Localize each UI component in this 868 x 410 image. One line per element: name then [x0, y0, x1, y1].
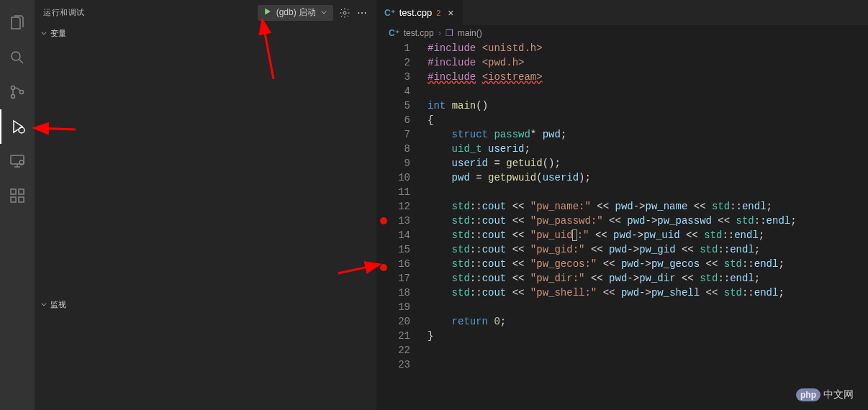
code-line[interactable]: std::cout << "pw_passwd:" << pwd->pw_pas… — [428, 214, 868, 228]
code-area[interactable]: 1234567891011121314151617181920212223 #i… — [377, 41, 868, 410]
breakpoint-gutter[interactable] — [377, 41, 390, 410]
svg-rect-7 — [11, 189, 16, 194]
svg-point-0 — [12, 52, 20, 60]
code-line[interactable]: } — [428, 329, 868, 343]
code-line[interactable] — [428, 343, 868, 357]
code-line[interactable]: #include <pwd.h> — [428, 55, 868, 70]
tab-dirty-indicator: 2 — [436, 9, 440, 17]
line-number: 11 — [390, 185, 410, 199]
svg-rect-8 — [11, 197, 16, 202]
activity-extensions-icon[interactable] — [0, 178, 35, 213]
debug-config-label: (gdb) 启动 — [276, 6, 316, 19]
code-line[interactable] — [428, 300, 868, 314]
more-icon[interactable] — [356, 7, 368, 19]
svg-point-14 — [365, 12, 366, 14]
code-line[interactable]: #include <unistd.h> — [428, 41, 868, 55]
activity-scm-icon[interactable] — [0, 75, 35, 109]
line-number: 19 — [390, 300, 410, 314]
line-number: 12 — [390, 199, 410, 214]
tab-bar: C⁺ test.cpp 2 × — [377, 0, 868, 25]
line-number: 20 — [390, 314, 410, 329]
svg-point-13 — [361, 12, 363, 14]
line-number: 18 — [390, 286, 410, 300]
line-number: 22 — [390, 343, 410, 357]
watch-body — [35, 312, 376, 410]
code-line[interactable]: userid = getuid(); — [428, 156, 868, 170]
code-line[interactable]: std::cout << "pw_name:" << pwd->pw_name … — [428, 199, 868, 214]
code-line[interactable] — [428, 84, 868, 99]
chevron-down-icon — [320, 8, 327, 18]
cube-icon: ❒ — [446, 28, 453, 38]
line-number: 14 — [390, 228, 410, 242]
variables-section-header[interactable]: 变量 — [35, 25, 376, 41]
code-line[interactable]: std::cout << "pw_shell:" << pwd->pw_shel… — [428, 286, 868, 300]
code-line[interactable]: pwd = getpwuid(userid); — [428, 170, 868, 185]
line-number: 3 — [390, 70, 410, 84]
play-icon — [263, 7, 272, 18]
variables-label: 变量 — [50, 28, 66, 39]
chevron-down-icon — [40, 301, 48, 308]
code-line[interactable]: int main() — [428, 99, 868, 113]
breadcrumb[interactable]: C⁺ test.cpp › ❒ main() — [377, 25, 868, 41]
svg-point-11 — [343, 12, 346, 14]
watermark-text: 中文网 — [823, 388, 854, 401]
cpp-file-icon: C⁺ — [384, 8, 395, 18]
sidebar-actions: (gdb) 启动 — [258, 5, 368, 21]
activity-run-debug-icon[interactable] — [0, 109, 35, 144]
line-number: 17 — [390, 271, 410, 286]
code-line[interactable]: #include <iostream> — [428, 70, 868, 84]
breadcrumb-symbol: main() — [458, 28, 482, 38]
debug-config-selector[interactable]: (gdb) 启动 — [258, 5, 333, 21]
code-line[interactable]: std::cout << "pw_gid:" << pwd->pw_gid <<… — [428, 242, 868, 257]
tab-filename: test.cpp — [399, 7, 433, 18]
svg-point-3 — [20, 91, 24, 94]
code-line[interactable]: std::cout << "pw_gecos:" << pwd->pw_geco… — [428, 257, 868, 271]
activity-bar — [0, 0, 35, 410]
line-number: 10 — [390, 170, 410, 185]
svg-rect-9 — [19, 197, 24, 202]
watch-section-header[interactable]: 监视 — [35, 296, 376, 312]
code-line[interactable] — [428, 185, 868, 199]
activity-files-icon[interactable] — [0, 6, 35, 40]
activity-remote-icon[interactable] — [0, 144, 35, 178]
line-number: 7 — [390, 127, 410, 142]
line-number: 5 — [390, 99, 410, 113]
close-icon[interactable]: × — [448, 7, 453, 19]
svg-point-12 — [358, 12, 359, 14]
line-number: 2 — [390, 55, 410, 70]
code-line[interactable]: std::cout << "pw_dir:" << pwd->pw_dir <<… — [428, 271, 868, 286]
activity-search-icon[interactable] — [0, 40, 35, 75]
code-line[interactable]: std::cout << "pw_uid:" << pwd->pw_uid <<… — [428, 228, 868, 242]
code-line[interactable]: return 0; — [428, 314, 868, 329]
line-number-gutter: 1234567891011121314151617181920212223 — [390, 41, 420, 410]
watch-label: 监视 — [50, 299, 66, 310]
svg-point-1 — [12, 86, 15, 90]
code-line[interactable] — [428, 357, 868, 372]
line-number: 4 — [390, 84, 410, 99]
debug-sidebar: 运行和调试 (gdb) 启动 变量 监视 — [35, 0, 377, 410]
sidebar-title: 运行和调试 — [43, 7, 85, 18]
svg-rect-10 — [19, 189, 24, 194]
line-number: 13 — [390, 214, 410, 228]
line-number: 1 — [390, 41, 410, 55]
cpp-file-icon: C⁺ — [389, 28, 399, 38]
gear-icon[interactable] — [339, 7, 351, 19]
line-number: 23 — [390, 357, 410, 372]
svg-point-4 — [19, 127, 24, 133]
code-content[interactable]: #include <unistd.h>#include <pwd.h>#incl… — [420, 41, 868, 410]
code-line[interactable]: struct passwd* pwd; — [428, 127, 868, 142]
svg-rect-5 — [11, 155, 24, 164]
chevron-right-icon: › — [438, 28, 441, 38]
variables-body — [35, 41, 376, 296]
svg-point-2 — [12, 95, 15, 99]
line-number: 8 — [390, 142, 410, 156]
editor-area: C⁺ test.cpp 2 × C⁺ test.cpp › ❒ main() 1… — [377, 0, 868, 410]
code-line[interactable]: uid_t userid; — [428, 142, 868, 156]
line-number: 6 — [390, 113, 410, 127]
breakpoint-dot[interactable] — [380, 264, 387, 271]
breakpoint-dot[interactable] — [380, 217, 387, 224]
tab-test-cpp[interactable]: C⁺ test.cpp 2 × — [377, 0, 464, 25]
code-line[interactable]: { — [428, 113, 868, 127]
watermark: php 中文网 — [796, 388, 854, 401]
line-number: 16 — [390, 257, 410, 271]
